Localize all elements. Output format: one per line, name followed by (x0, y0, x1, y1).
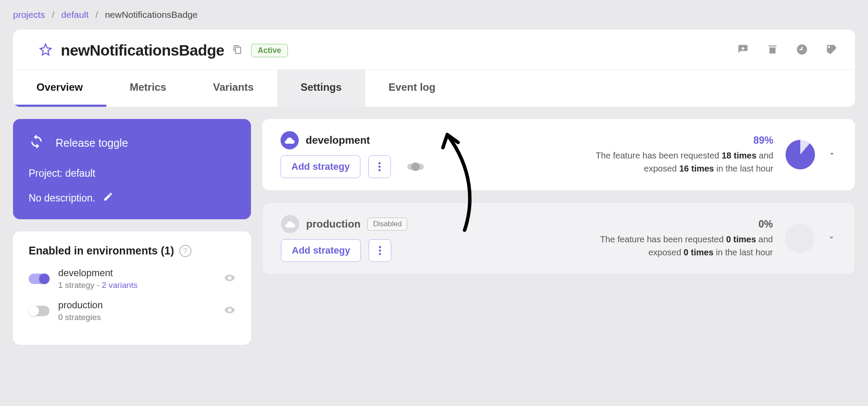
svg-point-5 (379, 253, 381, 255)
environments-card: Enabled in environments (1) ? developmen… (13, 231, 251, 345)
copy-icon[interactable] (233, 45, 242, 56)
breadcrumb-sep: / (52, 10, 54, 20)
env-panel-development: development Add strategy 89% The (262, 119, 855, 190)
tab-event-log[interactable]: Event log (365, 70, 459, 107)
env-toggle-production[interactable] (29, 306, 50, 316)
env-name: production (58, 300, 103, 311)
recycle-icon (29, 134, 44, 152)
exposure-percent: 0% (591, 218, 773, 230)
feature-header-card: newNotificationsBadge Active Overview Me… (13, 30, 855, 107)
exposure-desc: The feature has been requested 0 times a… (591, 233, 773, 259)
tab-metrics[interactable]: Metrics (106, 70, 190, 107)
tab-settings[interactable]: Settings (277, 70, 365, 107)
disabled-badge: Disabled (367, 218, 407, 231)
star-icon[interactable] (39, 43, 52, 58)
env-item-production: production 0 strategies (29, 300, 235, 322)
breadcrumb-current: newNotificationsBadge (105, 10, 198, 20)
variants-link[interactable]: 2 variants (102, 281, 137, 290)
edit-icon[interactable] (103, 191, 113, 205)
help-icon[interactable]: ? (179, 245, 191, 257)
env-sub: 0 strategies (58, 313, 103, 322)
env-toggle-development[interactable] (29, 274, 50, 284)
clock-icon[interactable] (796, 43, 808, 57)
visibility-icon[interactable] (224, 304, 235, 317)
svg-point-0 (379, 162, 381, 165)
breadcrumb: projects / default / newNotificationsBad… (0, 0, 868, 30)
env-item-development: development 1 strategy - 2 variants (29, 267, 235, 290)
svg-point-1 (379, 166, 381, 168)
chevron-down-icon[interactable] (827, 149, 837, 160)
status-badge: Active (251, 44, 287, 57)
svg-point-4 (379, 250, 381, 252)
release-project: Project: default (29, 168, 235, 179)
breadcrumb-projects[interactable]: projects (13, 10, 45, 20)
exposure-percent: 89% (591, 135, 773, 146)
more-button[interactable] (369, 239, 391, 262)
svg-point-3 (379, 246, 381, 248)
more-button[interactable] (368, 155, 391, 178)
environments-title: Enabled in environments (1) (29, 244, 174, 257)
env-panel-production: production Disabled Add strategy 0% (262, 202, 855, 274)
exposure-desc: The feature has been requested 18 times … (591, 149, 773, 175)
breadcrumb-default[interactable]: default (61, 10, 89, 20)
tab-variants[interactable]: Variants (190, 70, 277, 107)
pie-chart (785, 140, 815, 169)
add-strategy-button[interactable]: Add strategy (281, 155, 360, 178)
add-strategy-button[interactable]: Add strategy (281, 239, 361, 262)
svg-point-2 (379, 169, 381, 172)
env-sub: 1 strategy - 2 variants (58, 281, 138, 290)
tab-overview[interactable]: Overview (13, 70, 106, 107)
env-panel-name: production (306, 218, 360, 230)
release-toggle-title: Release toggle (56, 137, 128, 149)
env-panel-name: development (306, 134, 370, 146)
archive-icon[interactable] (766, 43, 779, 57)
release-description: No description. (29, 192, 95, 204)
tabs: Overview Metrics Variants Settings Event… (13, 70, 855, 107)
env-name: development (58, 267, 138, 279)
pie-chart (785, 224, 815, 253)
mini-toggle[interactable] (407, 164, 424, 170)
chevron-down-icon[interactable] (827, 233, 836, 244)
cloud-icon (281, 131, 299, 149)
release-toggle-card: Release toggle Project: default No descr… (13, 119, 251, 219)
tag-icon[interactable] (825, 43, 838, 57)
cloud-icon (281, 215, 299, 233)
add-icon[interactable] (737, 43, 749, 57)
visibility-icon[interactable] (224, 272, 235, 285)
feature-name: newNotificationsBadge (61, 42, 224, 59)
breadcrumb-sep: / (96, 10, 98, 20)
